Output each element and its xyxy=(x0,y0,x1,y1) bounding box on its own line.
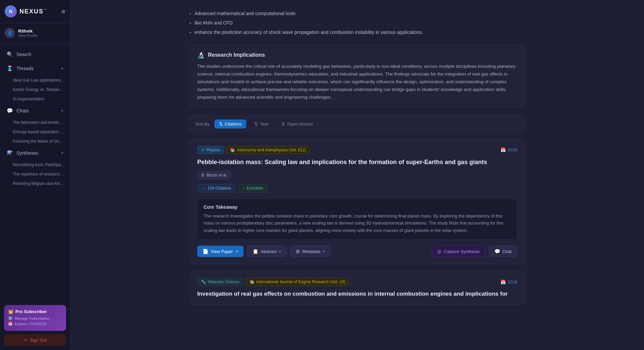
chat-item[interactable]: The fabrication and kinetic mode xyxy=(0,118,70,127)
bullet-item: • Advanced mathematical and computationa… xyxy=(190,10,525,17)
sort-open-access-button[interactable]: ⇅ Open Access xyxy=(277,119,318,129)
tag-journal: 📚 Astronomy and Astrophysics (Vol. 612) xyxy=(226,146,310,154)
sort-citations-icon: ⇅ xyxy=(219,121,223,127)
sidebar-item-syntheses[interactable]: ⚗️ Syntheses ▾ xyxy=(2,147,68,159)
avatar: 👤 xyxy=(5,28,15,38)
core-takeaway-title: Core Takeaway xyxy=(204,204,511,210)
view-paper-button[interactable]: 📄 View Paper ↗ xyxy=(197,246,244,257)
pro-subscriber-box: 👑 Pro Subscriber ⚙️ Manage Subscription … xyxy=(4,305,66,331)
section-header: 🔬 Research Implications xyxy=(197,51,517,59)
paper-tags-left: 🔧 Materials Science 📚 International Jour… xyxy=(197,278,349,286)
paper-actions-right: ◎ Capture Synthesis 💬 Chat xyxy=(432,246,517,257)
thread-item[interactable]: AI Augumentation xyxy=(0,94,70,104)
bullet-list-section: • Advanced mathematical and computationa… xyxy=(190,7,525,45)
abstract-icon: 📋 xyxy=(253,249,258,254)
synthesis-item[interactable]: The repertoire of resistance: No xyxy=(0,169,70,179)
metadata-button[interactable]: ⊞ Metadata ▾ xyxy=(290,246,330,257)
sidebar-item-chats[interactable]: 💬 Chats ▾ xyxy=(2,104,68,117)
sidebar-item-search[interactable]: 🔍 Search xyxy=(2,48,68,61)
bullet-item: • enhance the prediction accuracy of sho… xyxy=(190,29,525,36)
chats-icon: 💬 xyxy=(7,108,13,114)
abstract-button[interactable]: 📋 Abstract ▾ xyxy=(247,246,287,257)
paper-tags-row: ⚛ Physics 📚 Astronomy and Astrophysics (… xyxy=(197,146,517,154)
physics-icon: ⚛ xyxy=(201,148,205,152)
threads-icon: 🧵 xyxy=(7,65,13,71)
abstract-chevron-icon: ▾ xyxy=(279,249,281,254)
metadata-chevron-icon: ▾ xyxy=(323,249,325,254)
topic-badge[interactable]: › Evolution xyxy=(239,184,267,193)
author-badge: B. Bitsch et al. xyxy=(197,171,232,179)
journal-icon: 📚 xyxy=(230,148,235,152)
paper-actions-left: 📄 View Paper ↗ 📋 Abstract ▾ ⊞ Metadata ▾ xyxy=(197,246,330,257)
calendar-icon-2: 📅 xyxy=(500,280,506,285)
tag-journal-2: 📚 International Journal of Engine Resear… xyxy=(246,278,349,286)
citations-icon: → xyxy=(202,186,206,191)
thread-item[interactable]: Ideal Gas Law applications and... xyxy=(0,76,70,85)
bullet-dot-icon: • xyxy=(190,29,191,36)
tag-physics: ⚛ Physics xyxy=(197,146,224,154)
chat-item[interactable]: Factoring the Matrix of Dominat xyxy=(0,137,70,146)
sort-open-access-icon: ⇅ xyxy=(281,121,285,127)
chat-item[interactable]: Entropy-based separation of yea xyxy=(0,127,70,137)
sidebar-expand-button[interactable]: ⊞ xyxy=(61,9,65,14)
pro-title: 👑 Pro Subscriber xyxy=(8,309,62,314)
external-link-icon: ↗ xyxy=(235,249,238,254)
sign-out-button[interactable]: ↪ Sign Out xyxy=(4,334,66,346)
sidebar-search-label: Search xyxy=(16,52,31,57)
capture-synthesis-button[interactable]: ◎ Capture Synthesis xyxy=(432,246,485,257)
manage-subscription[interactable]: ⚙️ Manage Subscription xyxy=(8,316,62,320)
synthesis-item[interactable]: Normalizing trust: Participants' i xyxy=(0,160,70,169)
bullet-item: • like ANN and CFD xyxy=(190,19,525,27)
chat-icon: 💬 xyxy=(494,249,500,254)
paper-meta: → 134 Citations › Evolution xyxy=(197,184,517,193)
calendar-icon: 📅 xyxy=(8,321,13,326)
paper-year: 📅 2018 xyxy=(500,147,517,152)
search-icon: 🔍 xyxy=(7,51,13,57)
app-logo-icon: N xyxy=(5,5,17,17)
capture-icon: ◎ xyxy=(437,249,441,254)
syntheses-icon: ⚗️ xyxy=(7,150,13,156)
paper-card: ⚛ Physics 📚 Astronomy and Astrophysics (… xyxy=(190,139,525,264)
sort-by-label: Sort By xyxy=(195,121,210,127)
expiry-info: 📅 Expires 17/01/2025 xyxy=(8,321,62,326)
metadata-icon: ⊞ xyxy=(296,249,300,254)
paper-tags-row: 🔧 Materials Science 📚 International Jour… xyxy=(197,278,517,286)
gear-icon: ⚙️ xyxy=(8,316,13,320)
threads-chevron-icon: ▾ xyxy=(61,66,63,71)
profile-section: 👤 Rithvik View Profile xyxy=(0,23,70,43)
tag-materials-science: 🔧 Materials Science xyxy=(197,278,243,286)
profile-name: Rithvik xyxy=(18,29,38,34)
paper-tags-left: ⚛ Physics 📚 Astronomy and Astrophysics (… xyxy=(197,146,310,154)
topic-icon: › xyxy=(243,186,245,191)
sidebar: N NEXUS™ ⊞ 👤 Rithvik View Profile 🔍 Sear… xyxy=(0,0,70,350)
thread-item[interactable]: Kinetic Energy vs. Temperature xyxy=(0,85,70,94)
synthesis-item[interactable]: Revisiting Milgram and Kishino's xyxy=(0,179,70,188)
section-title: Research Implications xyxy=(208,52,265,58)
chat-button[interactable]: 💬 Chat xyxy=(489,246,517,257)
crown-icon: 👑 xyxy=(8,309,13,314)
implications-icon: 🔬 xyxy=(197,51,205,59)
calendar-icon: 📅 xyxy=(500,147,506,152)
sidebar-logo: N NEXUS™ ⊞ xyxy=(0,0,70,23)
sort-year-button[interactable]: ⇅ Year xyxy=(250,119,273,129)
app-name: NEXUS™ xyxy=(19,8,47,15)
research-implications-text: The studies underscore the critical role… xyxy=(197,63,517,101)
journal-icon-2: 📚 xyxy=(250,280,255,284)
citations-badge[interactable]: → 134 Citations xyxy=(197,184,235,193)
sidebar-threads-label: Threads xyxy=(16,66,34,71)
sort-year-icon: ⇅ xyxy=(254,121,258,127)
core-takeaway-section: Core Takeaway The research investigates … xyxy=(197,199,517,240)
bullet-dot-icon: • xyxy=(190,10,191,17)
sort-citations-button[interactable]: ⇅ Citations xyxy=(214,119,247,129)
bullet-dot-icon: • xyxy=(190,20,191,27)
sidebar-item-threads[interactable]: 🧵 Threads ▾ xyxy=(2,62,68,75)
paper-actions: 📄 View Paper ↗ 📋 Abstract ▾ ⊞ Metadata ▾ xyxy=(197,246,517,257)
paper-year-2: 📅 2018 xyxy=(500,280,517,285)
sidebar-bottom: 👑 Pro Subscriber ⚙️ Manage Subscription … xyxy=(0,301,70,350)
sort-bar: Sort By ⇅ Citations ⇅ Year ⇅ Open Access xyxy=(190,116,525,132)
sidebar-chats-label: Chats xyxy=(16,108,29,113)
paper-title: Pebble-isolation mass: Scaling law and i… xyxy=(197,158,517,166)
view-profile-link[interactable]: View Profile xyxy=(18,34,38,38)
paper-title-2: Investigation of real gas effects on com… xyxy=(197,290,517,298)
signout-icon: ↪ xyxy=(23,338,27,343)
